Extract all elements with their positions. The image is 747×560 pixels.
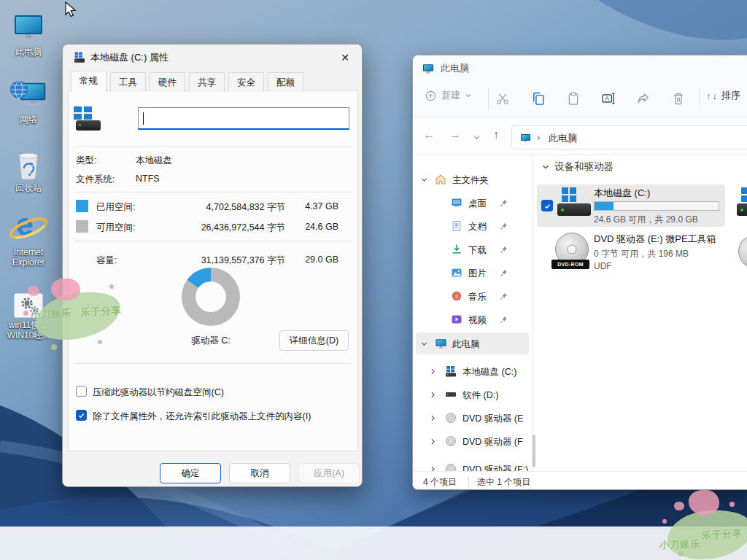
chevron-down-icon[interactable] xyxy=(420,340,428,348)
section-chevron-icon[interactable] xyxy=(541,163,550,171)
rename-icon[interactable]: A xyxy=(601,91,616,106)
sidebar-item-downloads[interactable]: 下载 xyxy=(413,238,532,260)
up-button[interactable]: ↑ xyxy=(493,128,499,141)
drive-info: 24.6 GB 可用，共 29.0 GB xyxy=(594,214,698,226)
sidebar-item-pictures[interactable]: 图片 xyxy=(413,262,532,284)
pin-icon xyxy=(500,199,508,207)
history-chevron-icon[interactable] xyxy=(473,133,481,141)
sidebar-item-local-disk-c[interactable]: 本地磁盘 (C:) xyxy=(413,360,532,382)
home-icon xyxy=(435,174,446,185)
desktop-icon-network[interactable]: 网络 xyxy=(0,77,57,125)
cancel-button[interactable]: 取消 xyxy=(229,463,290,483)
drive-item-partial-dvd[interactable] xyxy=(738,235,747,268)
drive-item-local-disk-c[interactable]: 本地磁盘 (C:) 24.6 GB 可用，共 29.0 GB xyxy=(537,184,725,227)
filesystem-label: 文件系统: xyxy=(76,174,115,186)
tab-tools[interactable]: 工具 xyxy=(110,72,146,92)
hard-drive-icon xyxy=(557,203,591,216)
sidebar-item-dvd-f[interactable]: DVD 驱动器 (F xyxy=(413,430,532,452)
chevron-right-icon[interactable] xyxy=(429,391,437,399)
tab-security[interactable]: 安全 xyxy=(228,72,264,92)
dvd-rom-badge: DVD-ROM xyxy=(551,260,589,269)
used-legend-swatch xyxy=(76,200,88,212)
desktop-icon-win11-restore[interactable]: win11恢复 WIN10经... xyxy=(0,283,57,341)
drive-item-partial-disk[interactable] xyxy=(737,187,747,224)
pin-icon xyxy=(500,316,508,324)
desktop-icon-recycle-bin[interactable]: 回收站 xyxy=(0,146,57,193)
sidebar-item-this-pc[interactable]: 此电脑 xyxy=(416,332,529,354)
index-checkbox[interactable] xyxy=(76,410,87,421)
desktop-icon-internet-explorer[interactable]: e Internet Explorer xyxy=(0,210,57,268)
sidebar-item-label: 视频 xyxy=(468,314,487,327)
chevron-right-icon[interactable] xyxy=(429,368,437,376)
section-header[interactable]: 设备和驱动器 xyxy=(554,160,614,174)
new-button[interactable]: 新建 xyxy=(425,89,472,102)
desktop-icon-label: Internet Explorer xyxy=(0,247,57,268)
ok-button[interactable]: 确定 xyxy=(160,463,221,483)
free-space-bytes: 26,436,972,544 字节 xyxy=(172,222,285,234)
plus-circle-icon xyxy=(425,90,437,102)
sidebar-item-videos[interactable]: 视频 xyxy=(413,308,532,330)
volume-name-input[interactable] xyxy=(138,107,349,130)
details-button[interactable]: 详细信息(D) xyxy=(279,330,349,351)
drive-usage-fill xyxy=(595,202,614,210)
forward-button[interactable]: → xyxy=(449,128,461,141)
apply-button[interactable]: 应用(A) xyxy=(298,463,360,483)
back-button[interactable]: ← xyxy=(423,128,435,141)
drive-name: 本地磁盘 (C:) xyxy=(594,187,650,200)
drive-usage-bar xyxy=(594,201,719,211)
free-legend-swatch xyxy=(76,220,88,233)
mouse-cursor xyxy=(63,1,79,19)
sort-button-label: 排序 xyxy=(721,89,740,102)
sidebar-item-dvd-e[interactable]: DVD 驱动器 (E xyxy=(413,407,532,429)
sort-up-icon: ↑ xyxy=(706,90,711,101)
tab-sharing[interactable]: 共享 xyxy=(189,72,225,92)
address-bar[interactable]: › 此电脑 xyxy=(511,125,747,149)
desktop-icon-label: 回收站 xyxy=(0,183,57,193)
item-checkbox[interactable] xyxy=(541,200,553,211)
sidebar-item-desktop[interactable]: 桌面 xyxy=(413,192,532,214)
properties-dialog: 本地磁盘 (C:) 属性 ✕ 常规 工具 硬件 共享 安全 配额 类型: 本地磁… xyxy=(62,44,363,487)
tab-hardware[interactable]: 硬件 xyxy=(150,72,185,92)
desktop-icon-label: 此电脑 xyxy=(0,47,57,57)
disk-icon xyxy=(445,389,457,400)
desktop-icon-this-pc[interactable]: 此电脑 xyxy=(0,9,57,57)
cut-icon[interactable] xyxy=(495,91,510,106)
sidebar-item-home[interactable]: 主文件夹 xyxy=(413,168,532,190)
svg-text:A: A xyxy=(605,95,609,102)
compress-checkbox[interactable] xyxy=(76,386,87,397)
sidebar-item-documents[interactable]: 文档 xyxy=(413,215,532,237)
paste-icon[interactable] xyxy=(566,91,581,106)
this-pc-monitor-icon xyxy=(519,133,532,144)
pictures-icon xyxy=(451,267,462,279)
sidebar-item-label: 下载 xyxy=(468,244,487,257)
gears-icon xyxy=(0,283,57,318)
globe-icon xyxy=(9,80,28,99)
sidebar-item-label: 本地磁盘 (C:) xyxy=(462,366,516,378)
free-space-label: 可用空间: xyxy=(96,222,135,234)
chevron-right-icon[interactable] xyxy=(429,438,437,446)
chevron-right-icon[interactable] xyxy=(429,414,437,422)
selection-count: 选中 1 个项目 xyxy=(477,476,530,489)
index-checkbox-label: 除了文件属性外，还允许索引此驱动器上文件的内容(I) xyxy=(93,411,311,423)
sidebar-scrollbar[interactable] xyxy=(533,435,535,467)
sidebar-item-disk-d[interactable]: 软件 (D:) xyxy=(413,384,532,405)
share-icon[interactable] xyxy=(636,91,651,106)
status-bar: 4 个项目 选中 1 个项目 xyxy=(413,471,747,490)
sidebar-item-label: 图片 xyxy=(468,268,487,280)
chevron-down-icon[interactable] xyxy=(420,176,428,184)
used-space-bytes: 4,702,584,832 字节 xyxy=(172,201,285,214)
capacity-size: 29.0 GB xyxy=(289,254,338,265)
sort-button[interactable]: ↑ ↓ 排序 xyxy=(706,89,740,102)
sidebar-item-music[interactable]: ♪ 音乐 xyxy=(413,285,532,307)
copy-icon[interactable] xyxy=(531,91,546,106)
text-caret xyxy=(143,112,144,125)
breadcrumb-root[interactable]: 此电脑 xyxy=(549,132,577,145)
close-button[interactable]: ✕ xyxy=(337,50,353,66)
breadcrumb-separator: › xyxy=(537,131,541,143)
internet-explorer-icon: e xyxy=(0,210,57,245)
tab-quota[interactable]: 配额 xyxy=(268,72,303,92)
drive-item-dvd-e[interactable]: DVD-ROM DVD 驱动器 (E:) 微PE工具箱 0 字节 可用，共 19… xyxy=(537,230,725,273)
tab-general[interactable]: 常规 xyxy=(71,71,107,92)
delete-icon[interactable] xyxy=(671,91,686,106)
recycle-bin-icon xyxy=(0,146,57,181)
